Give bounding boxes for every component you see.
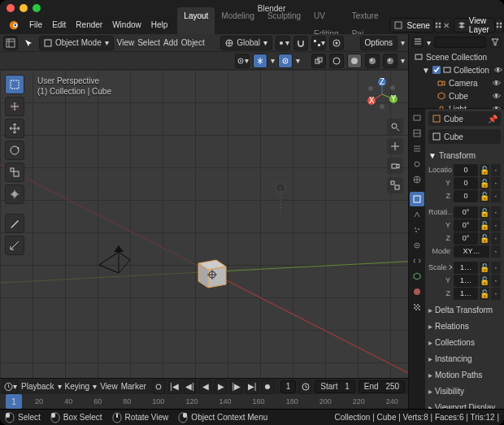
panel-motionpaths[interactable]: ▸ Motion Paths — [428, 368, 501, 381]
tool-annotate[interactable] — [5, 214, 24, 233]
tl-key-prev[interactable]: ◀| — [184, 379, 196, 394]
proportional-edit[interactable] — [329, 36, 344, 50]
shading-matcap[interactable] — [365, 54, 380, 68]
rot-mode[interactable]: XY… — [454, 245, 489, 258]
view-layer-new-button[interactable] — [495, 18, 503, 33]
menu-window[interactable]: Window — [107, 16, 146, 34]
eye-icon[interactable]: 👁 — [494, 66, 502, 75]
tl-play[interactable]: ▶ — [215, 379, 227, 394]
prop-tab-output[interactable] — [410, 126, 424, 141]
tool-rotate[interactable] — [5, 141, 24, 160]
scale-z[interactable]: 1… — [454, 288, 478, 300]
collection-enable[interactable] — [432, 66, 441, 74]
panel-transform-heading[interactable]: ▼ Transform — [428, 149, 501, 162]
menu-file[interactable]: File — [24, 16, 47, 34]
header-options[interactable]: Options — [360, 36, 398, 50]
editor-type-3dview[interactable] — [3, 36, 18, 50]
object-light[interactable] — [268, 180, 293, 220]
prop-tab-world[interactable] — [410, 172, 424, 187]
tl-menu-playback[interactable]: Playback — [21, 382, 54, 391]
eye-icon[interactable]: 👁 — [493, 92, 501, 101]
tool-cursor[interactable] — [5, 97, 24, 116]
tl-record[interactable] — [262, 379, 274, 394]
outliner-collection[interactable]: ▼ Collection 👁 — [412, 63, 501, 76]
viewport-3d[interactable]: User Perspective (1) Collection | Cube — [0, 70, 408, 378]
loc-z[interactable]: 0 — [454, 190, 478, 202]
tl-menu-view[interactable]: View — [100, 382, 118, 391]
minimize-window[interactable] — [20, 4, 28, 12]
prop-tab-render[interactable] — [410, 111, 424, 125]
gizmo-toggle[interactable] — [253, 54, 267, 68]
scene-new-button[interactable]: ✕ — [442, 18, 450, 33]
outliner-filter[interactable] — [489, 37, 501, 48]
prop-tab-constraints[interactable] — [410, 254, 424, 268]
rot-x[interactable]: 0° — [454, 206, 478, 219]
nav-pan[interactable] — [387, 138, 403, 154]
pin-icon[interactable]: 📌 — [488, 115, 497, 124]
prop-tab-material[interactable] — [410, 284, 424, 299]
panel-collections[interactable]: ▸ Collections — [428, 336, 501, 349]
tl-start[interactable]: Start 1 — [315, 380, 354, 393]
viewport-menu-select[interactable]: Select — [137, 38, 160, 47]
menu-render[interactable]: Render — [71, 16, 107, 34]
prop-tab-object[interactable] — [410, 192, 424, 206]
tl-jump-last[interactable]: ▶| — [245, 379, 258, 394]
prop-tab-particles[interactable] — [410, 223, 424, 237]
lock-icon[interactable]: 🔓 — [480, 164, 489, 176]
scene-selector[interactable]: Scene — [389, 18, 433, 33]
view-layer-selector[interactable]: View Layer — [454, 18, 495, 33]
object-camera[interactable] — [89, 242, 138, 279]
blender-logo-icon[interactable] — [3, 20, 24, 31]
tool-scale[interactable] — [5, 163, 24, 182]
tool-measure[interactable] — [5, 236, 24, 255]
loc-x[interactable]: 0 — [454, 164, 478, 176]
tl-play-rev[interactable]: ◀ — [199, 379, 211, 394]
panel-instancing[interactable]: ▸ Instancing — [428, 352, 501, 365]
object-visibility[interactable]: ▾ — [235, 54, 250, 68]
close-window[interactable] — [7, 4, 15, 12]
snap-type[interactable]: ▾ — [311, 36, 326, 50]
tl-preview-range[interactable] — [299, 379, 311, 394]
panel-viewportdisplay[interactable]: ▸ Viewport Display — [428, 401, 501, 409]
rot-z[interactable]: 0° — [454, 232, 478, 245]
orientation-selector[interactable]: Global▾ — [220, 36, 272, 50]
overlay-toggle[interactable] — [278, 54, 293, 68]
tl-menu-keying[interactable]: Keying — [65, 382, 90, 391]
tl-current-frame[interactable]: 1 — [280, 380, 297, 393]
tool-transform[interactable] — [5, 184, 24, 204]
shading-solid[interactable] — [347, 54, 362, 68]
xray-toggle[interactable] — [311, 54, 326, 68]
outliner-item-camera[interactable]: Camera 👁 — [412, 76, 501, 89]
mode-selector[interactable]: Object Mode ▾ — [39, 36, 114, 50]
object-name-field[interactable]: Cube — [428, 129, 501, 144]
eye-icon[interactable]: 👁 — [493, 79, 501, 88]
outliner-item-cube[interactable]: Cube 👁 — [412, 89, 501, 102]
editor-type-timeline[interactable]: ▾ — [3, 379, 18, 394]
scene-browse-button[interactable] — [434, 18, 442, 33]
object-cube[interactable] — [192, 250, 228, 284]
tl-playhead[interactable]: 1 — [6, 394, 22, 409]
nav-camera[interactable] — [387, 158, 403, 174]
panel-relations[interactable]: ▸ Relations — [428, 319, 501, 332]
scale-y[interactable]: 1… — [454, 275, 478, 287]
cursor-tool-icon[interactable] — [21, 36, 36, 50]
tl-menu-marker[interactable]: Marker — [121, 382, 146, 391]
nav-zoom[interactable] — [387, 119, 403, 135]
menu-edit[interactable]: Edit — [47, 16, 71, 34]
prop-tab-texture[interactable] — [410, 300, 424, 314]
editor-type-outliner[interactable] — [412, 37, 424, 48]
scale-x[interactable]: 1… — [454, 262, 478, 274]
nav-gizmo[interactable]: X Y Z — [364, 76, 400, 112]
tl-key-next[interactable]: |▶ — [230, 379, 242, 394]
prop-tab-scene[interactable] — [410, 157, 424, 171]
outliner-scene-collection[interactable]: Scene Collection — [412, 50, 501, 63]
viewport-menu-object[interactable]: Object — [181, 38, 205, 47]
prop-tab-viewlayer[interactable] — [410, 141, 424, 156]
timeline-ruler[interactable]: 1 0 20 40 60 80 100 120 140 160 180 200 … — [0, 394, 408, 409]
panel-visibility[interactable]: ▸ Visibility — [428, 384, 501, 397]
properties-crumb[interactable]: Cube 📌 — [428, 111, 501, 126]
pivot-selector[interactable]: ▾ — [276, 36, 290, 50]
shading-wireframe[interactable] — [329, 54, 344, 68]
viewport-menu-add[interactable]: Add — [163, 38, 178, 47]
tl-jump-first[interactable]: |◀ — [168, 379, 180, 394]
